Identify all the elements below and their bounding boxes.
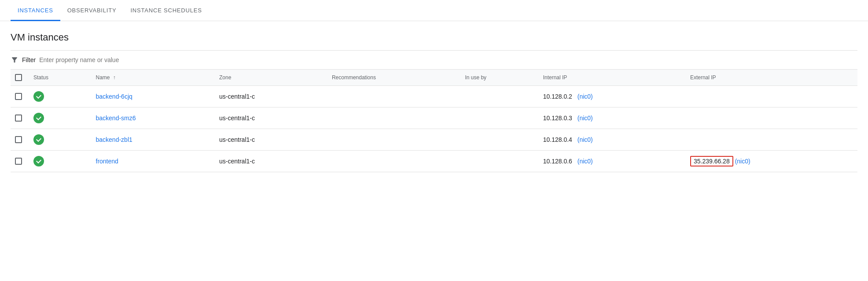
zone-cell-2: us-central1-c [214, 129, 327, 151]
instance-link-3[interactable]: frontend [96, 158, 118, 165]
external-nic-link-3[interactable]: (nic0) [735, 158, 750, 165]
internal-ip-space [574, 93, 576, 100]
internal-nic-link-1[interactable]: (nic0) [577, 115, 593, 122]
table-row: frontendus-central1-c 10.128.0.6 (nic0) … [11, 151, 857, 172]
external-ip-cell-3: 35.239.66.28 (nic0) [685, 151, 857, 172]
in-use-by-cell-1 [460, 107, 537, 129]
internal-ip-space [574, 158, 576, 165]
row-checkbox-0[interactable] [15, 93, 22, 100]
page-title: VM instances [11, 32, 857, 43]
external-ip-cell-2 [685, 129, 857, 151]
table-row: backend-zbl1us-central1-c 10.128.0.4 (ni… [11, 129, 857, 151]
table-row: backend-6cjqus-central1-c 10.128.0.2 (ni… [11, 86, 857, 107]
page-title-area: VM instances [0, 21, 868, 50]
tab-observability[interactable]: OBSERVABILITY [60, 0, 124, 21]
header-checkbox[interactable] [15, 74, 22, 81]
recommendations-cell-1 [327, 107, 460, 129]
internal-ip-value-0: 10.128.0.2 [543, 93, 572, 100]
internal-ip-value-3: 10.128.0.6 [543, 158, 572, 165]
internal-ip-space [574, 136, 576, 143]
row-checkbox-2[interactable] [15, 136, 22, 143]
internal-nic-link-0[interactable]: (nic0) [577, 93, 593, 100]
col-internal-ip[interactable]: Internal IP [538, 70, 685, 86]
internal-nic-link-3[interactable]: (nic0) [577, 158, 593, 165]
in-use-by-cell-2 [460, 129, 537, 151]
col-external-ip[interactable]: External IP [685, 70, 857, 86]
status-icon-1 [33, 113, 44, 123]
tab-bar: INSTANCES OBSERVABILITY INSTANCE SCHEDUL… [0, 0, 868, 21]
table-row: backend-smz6us-central1-c 10.128.0.3 (ni… [11, 107, 857, 129]
internal-ip-value-1: 10.128.0.3 [543, 115, 572, 122]
filter-input[interactable] [39, 56, 857, 63]
internal-ip-cell-1: 10.128.0.3 (nic0) [538, 107, 685, 129]
internal-ip-value-2: 10.128.0.4 [543, 136, 572, 143]
internal-ip-cell-2: 10.128.0.4 (nic0) [538, 129, 685, 151]
recommendations-cell-2 [327, 129, 460, 151]
instance-link-1[interactable]: backend-smz6 [96, 115, 136, 122]
filter-bar: Filter [0, 51, 868, 69]
tab-instances[interactable]: INSTANCES [11, 0, 60, 21]
table-container: Status Name ↑ Zone Recommendations In us… [0, 69, 868, 172]
zone-cell-3: us-central1-c [214, 151, 327, 172]
col-status[interactable]: Status [28, 70, 91, 86]
row-checkbox-3[interactable] [15, 158, 22, 165]
internal-nic-link-2[interactable]: (nic0) [577, 136, 593, 143]
status-icon-2 [33, 134, 44, 145]
external-ip-cell-0 [685, 86, 857, 107]
internal-ip-space [574, 115, 576, 122]
in-use-by-cell-0 [460, 86, 537, 107]
in-use-by-cell-3 [460, 151, 537, 172]
instances-table: Status Name ↑ Zone Recommendations In us… [11, 69, 857, 172]
zone-cell-1: us-central1-c [214, 107, 327, 129]
filter-icon [11, 56, 18, 64]
status-icon-3 [33, 156, 44, 166]
table-header-row: Status Name ↑ Zone Recommendations In us… [11, 70, 857, 86]
tab-instance-schedules[interactable]: INSTANCE SCHEDULES [123, 0, 209, 21]
internal-ip-cell-0: 10.128.0.2 (nic0) [538, 86, 685, 107]
col-recommendations[interactable]: Recommendations [327, 70, 460, 86]
external-ip-cell-1 [685, 107, 857, 129]
instance-link-0[interactable]: backend-6cjq [96, 93, 132, 100]
recommendations-cell-0 [327, 86, 460, 107]
name-sort-icon: ↑ [113, 74, 116, 81]
zone-cell-0: us-central1-c [214, 86, 327, 107]
recommendations-cell-3 [327, 151, 460, 172]
col-zone[interactable]: Zone [214, 70, 327, 86]
col-name[interactable]: Name ↑ [91, 70, 214, 86]
instance-link-2[interactable]: backend-zbl1 [96, 136, 132, 143]
col-checkbox [11, 70, 28, 86]
row-checkbox-1[interactable] [15, 115, 22, 122]
filter-label: Filter [22, 56, 36, 63]
external-ip-value-3: 35.239.66.28 [690, 156, 733, 166]
col-in-use-by[interactable]: In use by [460, 70, 537, 86]
internal-ip-cell-3: 10.128.0.6 (nic0) [538, 151, 685, 172]
status-icon-0 [33, 91, 44, 102]
